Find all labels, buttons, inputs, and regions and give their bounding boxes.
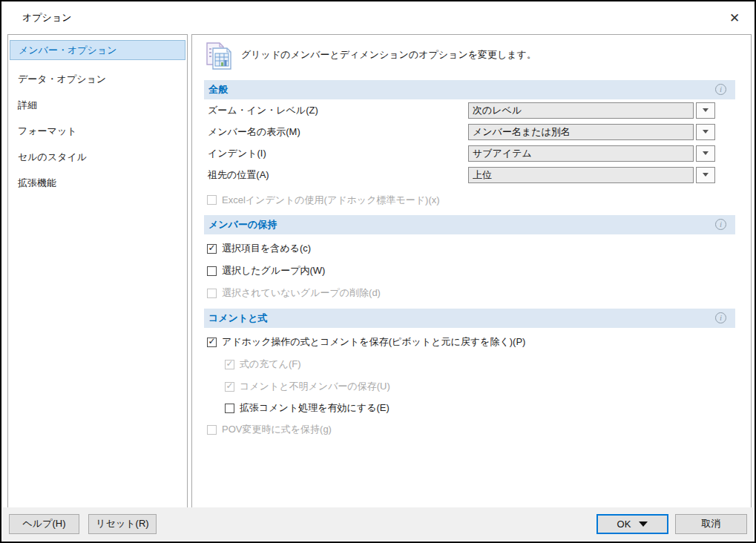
sidebar-item-member-options[interactable]: メンバー・オプション	[10, 40, 185, 60]
excel-indent-checkbox-row: Excelインデントの使用(アドホック標準モード)(x)	[207, 190, 751, 210]
close-icon[interactable]: ✕	[723, 7, 746, 28]
chevron-down-icon[interactable]	[696, 167, 715, 183]
preserve-comments-unknown-members-label: コメントと不明メンバーの保存(U)	[240, 380, 390, 393]
info-icon[interactable]: i	[715, 84, 726, 95]
ancestor-position-row: 祖先の位置(A) 上位	[208, 164, 751, 185]
ok-button-label: OK	[617, 519, 631, 530]
dropdown-value[interactable]: サブアイテム	[468, 145, 694, 162]
formula-fill-checkbox-row: 式の充てん(F)	[225, 353, 751, 375]
within-selected-group-label: 選択したグループ内(W)	[222, 264, 325, 277]
checkbox-checked[interactable]	[207, 338, 217, 347]
preserve-formulas-comments-checkbox-row: アドホック操作の式とコメントを保存(ピボットと元に戻すを除く)(P)	[207, 331, 751, 353]
dropdown-value[interactable]: 次のレベル	[468, 102, 694, 119]
dialog-button-bar: ヘルプ(H) リセット(R) OK 取消	[3, 507, 753, 540]
sidebar-item-label: セルのスタイル	[18, 151, 87, 164]
checkbox-unchecked[interactable]	[207, 289, 217, 298]
section-title: 全般	[208, 83, 228, 96]
sidebar-item-label: フォーマット	[18, 125, 77, 138]
dropdown-value[interactable]: メンバー名または別名	[468, 124, 694, 140]
excel-indent-label: Excelインデントの使用(アドホック標準モード)(x)	[222, 194, 440, 207]
help-button[interactable]: ヘルプ(H)	[9, 514, 79, 534]
section-title: コメントと式	[208, 312, 268, 325]
info-icon[interactable]: i	[715, 312, 726, 323]
checkbox-unchecked[interactable]	[207, 266, 217, 276]
sidebar-item-label: データ・オプション	[18, 73, 106, 86]
cancel-button[interactable]: 取消	[675, 514, 747, 534]
panel-description-row: グリッドのメンバーとディメンションのオプションを変更します。	[202, 40, 751, 77]
include-selection-label: 選択項目を含める(c)	[222, 242, 311, 255]
enhanced-comment-handling-checkbox-row: 拡張コメント処理を有効にする(E)	[225, 398, 751, 418]
chevron-down-icon[interactable]	[696, 124, 715, 140]
sidebar-item-label: 拡張機能	[18, 177, 56, 190]
within-selected-group-checkbox-row: 選択したグループ内(W)	[207, 260, 751, 282]
options-dialog: オプション ✕ メンバー・オプション データ・オプション 詳細 フォーマット セ…	[0, 0, 756, 543]
preserve-formula-on-pov-change-label: POV変更時に式を保持(g)	[222, 423, 332, 436]
enhanced-comment-handling-label: 拡張コメント処理を有効にする(E)	[240, 401, 389, 415]
checkbox-checked[interactable]	[207, 244, 217, 254]
zoom-in-level-label: ズーム・イン・レベル(Z)	[208, 104, 468, 117]
member-name-display-dropdown[interactable]: メンバー名または別名	[468, 124, 715, 140]
ok-button[interactable]: OK	[596, 514, 668, 534]
options-category-list: メンバー・オプション データ・オプション 詳細 フォーマット セルのスタイル 拡…	[7, 34, 188, 510]
reset-button-label: リセット(R)	[96, 517, 148, 530]
grid-document-icon	[202, 40, 234, 73]
remove-unselected-groups-checkbox-row: 選択されていないグループの削除(d)	[207, 282, 751, 304]
formula-fill-label: 式の充てん(F)	[240, 358, 301, 371]
info-icon[interactable]: i	[715, 219, 726, 230]
checkbox-unchecked[interactable]	[225, 404, 234, 413]
section-header-comments-formulas: コメントと式 i	[204, 309, 735, 328]
preserve-formulas-comments-label: アドホック操作の式とコメントを保存(ピボットと元に戻すを除く)(P)	[222, 335, 525, 349]
indentation-label: インデント(I)	[208, 147, 468, 160]
sidebar-item-cell-styles[interactable]: セルのスタイル	[10, 144, 185, 170]
sidebar-item-extensions[interactable]: 拡張機能	[10, 170, 185, 196]
member-name-display-row: メンバー名の表示(M) メンバー名または別名	[208, 121, 751, 142]
section-header-member-retention: メンバーの保持 i	[204, 215, 735, 234]
checkbox-unchecked[interactable]	[207, 195, 217, 205]
remove-unselected-groups-label: 選択されていないグループの削除(d)	[222, 286, 381, 300]
checkbox-checked[interactable]	[225, 382, 234, 392]
panel-description: グリッドのメンバーとディメンションのオプションを変更します。	[241, 48, 536, 62]
sidebar-item-formatting[interactable]: フォーマット	[10, 118, 185, 144]
dropdown-arrow-icon[interactable]	[639, 521, 648, 527]
member-name-display-label: メンバー名の表示(M)	[208, 125, 468, 139]
sidebar-item-label: メンバー・オプション	[19, 44, 116, 57]
chevron-down-icon[interactable]	[696, 145, 715, 162]
ancestor-position-label: 祖先の位置(A)	[208, 168, 468, 182]
title-bar: オプション ✕	[1, 1, 755, 33]
ancestor-position-dropdown[interactable]: 上位	[468, 167, 715, 183]
checkbox-unchecked[interactable]	[207, 425, 217, 435]
include-selection-checkbox-row: 選択項目を含める(c)	[207, 237, 751, 260]
dialog-title: オプション	[22, 11, 72, 24]
indentation-dropdown[interactable]: サブアイテム	[468, 145, 715, 162]
sidebar-item-label: 詳細	[18, 99, 37, 112]
reset-button[interactable]: リセット(R)	[88, 514, 157, 534]
cancel-button-label: 取消	[702, 517, 721, 530]
dropdown-value[interactable]: 上位	[468, 167, 694, 183]
section-title: メンバーの保持	[208, 218, 277, 231]
zoom-in-level-dropdown[interactable]: 次のレベル	[468, 102, 715, 119]
chevron-down-icon[interactable]	[696, 102, 715, 119]
zoom-in-level-row: ズーム・イン・レベル(Z) 次のレベル	[208, 99, 751, 121]
sidebar-item-data-options[interactable]: データ・オプション	[10, 66, 185, 92]
preserve-formula-on-pov-change-checkbox-row: POV変更時に式を保持(g)	[207, 418, 751, 441]
checkbox-checked[interactable]	[225, 360, 234, 369]
member-options-panel: グリッドのメンバーとディメンションのオプションを変更します。 全般 i ズーム・…	[191, 34, 752, 510]
indentation-row: インデント(I) サブアイテム	[208, 142, 751, 164]
help-button-label: ヘルプ(H)	[23, 517, 66, 530]
section-header-general: 全般 i	[204, 80, 735, 99]
sidebar-item-advanced[interactable]: 詳細	[10, 92, 185, 118]
preserve-comments-unknown-members-checkbox-row: コメントと不明メンバーの保存(U)	[225, 375, 751, 398]
